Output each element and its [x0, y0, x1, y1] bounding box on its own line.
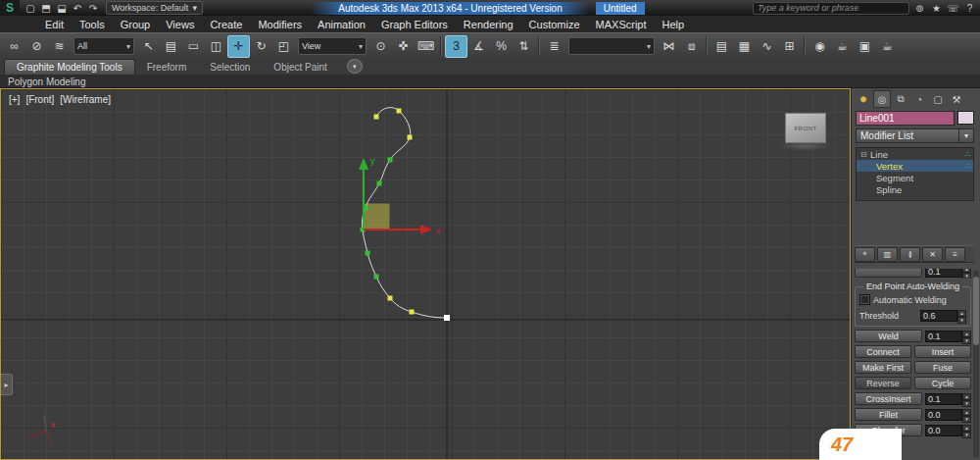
insert-button[interactable]: Insert	[914, 345, 971, 358]
object-name-field[interactable]: Line001	[856, 111, 955, 126]
spinner-up-icon[interactable]: ▴	[962, 331, 971, 337]
select-by-name-icon[interactable]: ▤	[160, 35, 182, 58]
spinner-arrows[interactable]: ▴▾	[962, 393, 971, 405]
spinner-down-icon[interactable]: ▾	[957, 317, 966, 324]
window-crossing-icon[interactable]: ◫	[205, 35, 227, 58]
unlink-selection-icon[interactable]: ⊘	[25, 35, 48, 58]
graphite-ribbon-toggle-icon[interactable]: ▦	[733, 35, 756, 58]
viewport-menu-shading[interactable]: [Wireframe]	[60, 94, 111, 105]
menu-views[interactable]: Views	[158, 19, 202, 30]
fillet-spinner[interactable]: 0.0 ▴▾	[925, 409, 971, 421]
use-pivot-point-center-icon[interactable]: ⊙	[369, 35, 392, 58]
scrollbar-thumb[interactable]	[973, 277, 979, 345]
tab-display-icon[interactable]: ▢	[929, 90, 947, 108]
stack-row-segment[interactable]: Segment	[857, 172, 973, 183]
spinner-down-icon[interactable]: ▾	[962, 400, 971, 407]
spline-vertex[interactable]	[374, 115, 379, 120]
spline-vertex[interactable]	[408, 135, 413, 140]
redo-icon[interactable]: ↷	[86, 2, 100, 15]
spline-vertex[interactable]	[410, 310, 415, 315]
select-and-move-icon[interactable]: ✛	[227, 35, 250, 58]
viewport-canvas[interactable]: y x x	[1, 89, 850, 459]
spinner-arrows[interactable]: ▴▾	[962, 409, 971, 421]
menu-maxscript[interactable]: MAXScript	[588, 19, 655, 30]
threshold-spinner[interactable]: 0.6 ▴▾	[920, 310, 966, 322]
workspace-dropdown[interactable]: Workspace: Default ▾	[106, 1, 203, 15]
spinner-arrows[interactable]: ▴▾	[962, 425, 971, 436]
clipped-spinner[interactable]: 0.1 ▴▾	[925, 269, 971, 278]
named-selection-set-dropdown[interactable]: ▾	[568, 37, 655, 55]
app-menu-logo-icon[interactable]: S	[0, 0, 20, 16]
tab-selection[interactable]: Selection	[198, 60, 262, 75]
save-file-icon[interactable]: ⬓	[55, 2, 69, 15]
collapse-icon[interactable]: ⊟	[860, 150, 870, 159]
tab-hierarchy-icon[interactable]: ⧉	[892, 90, 909, 108]
new-scene-icon[interactable]: ▢	[24, 2, 37, 15]
spinner-up-icon[interactable]: ▴	[957, 310, 966, 317]
pin-stack-icon[interactable]: ⌖	[855, 247, 875, 262]
panel-scrollbar[interactable]	[973, 271, 979, 458]
viewcube[interactable]: FRONT	[785, 113, 826, 143]
render-production-icon[interactable]: ☕	[876, 35, 899, 58]
spinner-arrows[interactable]: ▴▾	[962, 269, 971, 278]
angle-snap-toggle-icon[interactable]: ∡	[467, 35, 490, 58]
select-object-icon[interactable]: ↖	[137, 35, 160, 58]
render-setup-icon[interactable]: ☕	[831, 35, 854, 58]
spinner-down-icon[interactable]: ▾	[962, 432, 971, 438]
stack-row-spline[interactable]: Spline	[857, 183, 973, 195]
menu-help[interactable]: Help	[655, 19, 693, 30]
reverse-button[interactable]: Reverse	[855, 377, 911, 389]
viewport-front[interactable]: [+] [Front] [Wireframe] y x	[0, 88, 851, 460]
weld-button[interactable]: Weld	[855, 330, 922, 342]
favorites-icon[interactable]: ★	[930, 3, 943, 14]
cross-insert-spinner[interactable]: 0.1 ▴▾	[925, 393, 971, 405]
cross-insert-button[interactable]: CrossInsert	[855, 392, 922, 405]
tab-object-paint[interactable]: Object Paint	[262, 60, 338, 75]
spline-vertex[interactable]	[377, 181, 382, 186]
menu-create[interactable]: Create	[202, 19, 250, 30]
menu-animation[interactable]: Animation	[310, 19, 373, 30]
percent-snap-toggle-icon[interactable]: %	[490, 35, 513, 58]
spline-vertex[interactable]	[444, 315, 450, 321]
modifier-list-dropdown[interactable]: Modifier List	[856, 128, 959, 143]
cycle-button[interactable]: Cycle	[914, 377, 971, 389]
spinner-arrows[interactable]: ▴▾	[962, 331, 971, 342]
sign-in-icon[interactable]: ⊚	[913, 3, 926, 14]
menu-modifiers[interactable]: Modifiers	[250, 19, 310, 30]
select-and-rotate-icon[interactable]: ↻	[250, 35, 272, 58]
stack-row-vertex[interactable]: Vertex ∴	[857, 160, 973, 172]
show-end-result-icon[interactable]: ▥	[877, 247, 898, 262]
spline-vertex[interactable]	[397, 109, 402, 114]
configure-modifier-sets-icon[interactable]: ≡	[945, 247, 965, 262]
menu-edit[interactable]: Edit	[37, 19, 72, 30]
menu-graph-editors[interactable]: Graph Editors	[373, 19, 456, 30]
snaps-toggle-icon[interactable]: 3	[445, 35, 467, 58]
spinner-up-icon[interactable]: ▴	[962, 425, 971, 432]
stack-row-line[interactable]: ⊟ Line ∴	[857, 148, 973, 160]
menu-group[interactable]: Group	[113, 19, 159, 30]
layer-manager-icon[interactable]: ▤	[710, 35, 733, 58]
selection-filter-dropdown[interactable]: All ▾	[74, 37, 134, 55]
menu-rendering[interactable]: Rendering	[456, 19, 521, 30]
reference-coordinate-dropdown[interactable]: View ▾	[298, 37, 367, 55]
spinner-up-icon[interactable]: ▴	[962, 409, 971, 416]
spline-vertex[interactable]	[388, 158, 393, 163]
keyboard-shortcut-override-icon[interactable]: ⌨	[415, 35, 437, 58]
fillet-button[interactable]: Fillet	[855, 408, 922, 421]
search-input[interactable]: Type a keyword or phrase	[753, 2, 909, 15]
bind-to-space-warp-icon[interactable]: ≋	[48, 35, 71, 58]
viewcube-front-face[interactable]: FRONT	[794, 126, 816, 131]
mirror-icon[interactable]: ⋈	[658, 35, 680, 58]
undo-icon[interactable]: ↶	[71, 2, 84, 15]
spinner-arrows[interactable]: ▴▾	[957, 310, 966, 322]
ribbon-minimize-button[interactable]: ▾	[347, 59, 363, 74]
remove-modifier-icon[interactable]: ✕	[922, 247, 943, 262]
schematic-view-icon[interactable]: ⊞	[778, 35, 801, 58]
viewport-panel-toggle-icon[interactable]: ▸	[1, 374, 13, 395]
make-unique-icon[interactable]: ≬	[900, 247, 920, 262]
tab-freeform[interactable]: Freeform	[135, 60, 199, 75]
select-and-scale-icon[interactable]: ◰	[272, 35, 295, 58]
tab-modify-icon[interactable]: ◎	[873, 90, 891, 108]
polygon-modeling-panel-title[interactable]: Polygon Modeling	[8, 77, 86, 87]
tab-create-icon[interactable]: ✸	[855, 90, 872, 108]
